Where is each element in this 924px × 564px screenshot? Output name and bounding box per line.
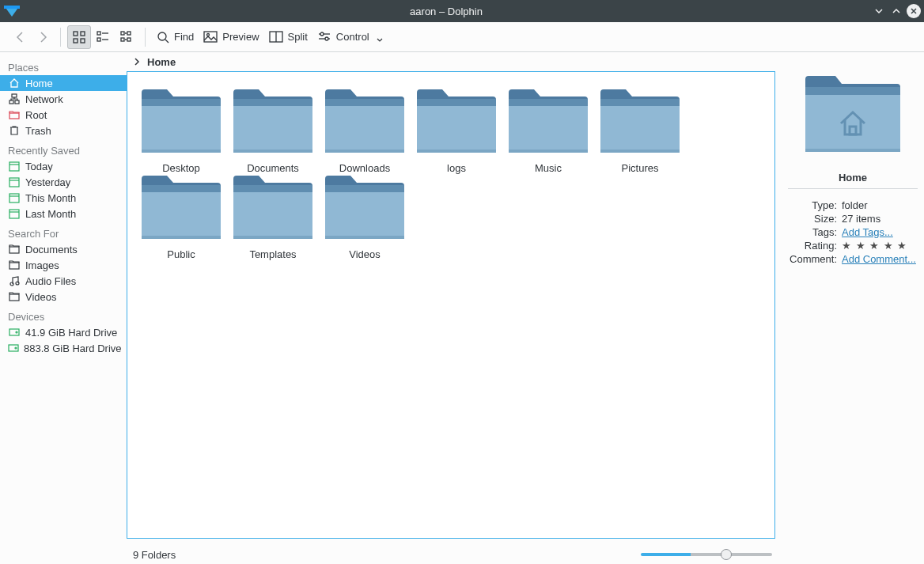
file-view[interactable]: Desktop Documents Downloads logs Music P…	[127, 71, 775, 539]
folder-icon	[142, 88, 221, 157]
network-icon	[8, 93, 21, 105]
sidebar-item-today[interactable]: Today	[0, 158, 127, 174]
sidebar-item-label: 883.8 GiB Hard Drive	[24, 343, 122, 354]
folder-item[interactable]: Downloads	[319, 88, 411, 174]
folder-item[interactable]: Templates	[227, 174, 319, 260]
sidebar-item-videos[interactable]: Videos	[0, 289, 127, 305]
minimize-icon[interactable]	[872, 4, 886, 18]
folder-item[interactable]: Videos	[319, 174, 411, 260]
svg-rect-63	[600, 99, 680, 106]
svg-rect-65	[142, 185, 221, 239]
folder-item[interactable]: Desktop	[135, 88, 227, 174]
add-comment-link[interactable]: Add Comment...	[842, 253, 916, 265]
svg-point-44	[16, 331, 17, 333]
svg-rect-68	[233, 185, 312, 239]
folder-label: Desktop	[162, 162, 200, 174]
info-type-key: Type:	[788, 199, 842, 211]
zoom-slider[interactable]	[641, 549, 775, 560]
svg-rect-11	[121, 38, 124, 41]
view-details-button[interactable]	[115, 25, 138, 49]
separator	[60, 28, 61, 47]
sidebar-item-label: 41.9 GiB Hard Drive	[25, 327, 117, 339]
folder-icon	[142, 174, 221, 244]
view-icons-button[interactable]	[67, 25, 91, 49]
sidebar-item-this-month[interactable]: This Month	[0, 190, 127, 206]
status-bar: 9 Folders	[127, 545, 782, 564]
svg-point-24	[320, 32, 324, 36]
recent-heading: Recently Saved	[0, 138, 127, 158]
close-icon[interactable]	[907, 4, 921, 18]
find-label: Find	[174, 31, 194, 43]
folder-item[interactable]: logs	[411, 88, 502, 174]
svg-rect-64	[600, 150, 680, 153]
sidebar-item-label: Documents	[25, 244, 78, 256]
folder-label: Pictures	[622, 162, 659, 174]
status-text: 9 Folders	[133, 549, 176, 561]
folder-label: logs	[447, 162, 466, 174]
find-button[interactable]: Find	[152, 25, 199, 49]
preview-button[interactable]: Preview	[199, 25, 263, 49]
add-tags-link[interactable]: Add Tags...	[842, 226, 893, 238]
folder-item[interactable]: Public	[135, 174, 227, 260]
svg-rect-72	[325, 185, 404, 192]
svg-rect-6	[97, 32, 100, 35]
sidebar-item-trash[interactable]: Trash	[0, 123, 127, 138]
sidebar-item-root[interactable]: Root	[0, 107, 127, 123]
svg-rect-50	[233, 99, 312, 153]
sidebar-item-label: Images	[25, 259, 59, 271]
back-button[interactable]	[9, 25, 32, 49]
view-compact-button[interactable]	[91, 25, 115, 49]
folder-label: Videos	[349, 248, 381, 260]
folder-icon	[8, 290, 21, 303]
svg-rect-27	[9, 100, 13, 104]
home-icon	[8, 77, 21, 89]
svg-rect-13	[127, 38, 131, 41]
svg-rect-62	[600, 99, 680, 153]
drive-icon	[8, 326, 21, 339]
sidebar-item-label: Last Month	[25, 208, 76, 220]
sidebar-item-label: Network	[25, 93, 63, 105]
music-icon	[8, 274, 21, 287]
svg-rect-1	[4, 6, 20, 9]
chevron-right-icon	[133, 58, 141, 66]
sidebar-item-documents[interactable]: Documents	[0, 241, 127, 257]
svg-point-25	[325, 37, 328, 40]
rating-stars[interactable]: ★ ★ ★ ★ ★	[842, 240, 918, 252]
svg-rect-10	[121, 32, 124, 35]
split-button[interactable]: Split	[264, 25, 312, 49]
svg-rect-75	[805, 87, 900, 95]
calendar-icon	[8, 191, 21, 204]
svg-rect-66	[142, 185, 221, 192]
maximize-icon[interactable]	[889, 4, 903, 18]
sidebar-item-network[interactable]: Network	[0, 91, 127, 107]
sidebar-item-yesterday[interactable]: Yesterday	[0, 174, 127, 190]
folder-item[interactable]: Music	[502, 88, 594, 174]
calendar-icon	[8, 207, 21, 220]
svg-rect-76	[805, 149, 900, 152]
sidebar-item-drive-1[interactable]: 41.9 GiB Hard Drive	[0, 324, 127, 340]
folder-item[interactable]: Pictures	[594, 88, 686, 174]
control-label: Control	[336, 31, 369, 43]
sidebar-item-images[interactable]: Images	[0, 257, 127, 273]
control-button[interactable]: Control	[312, 25, 388, 49]
breadcrumb[interactable]: Home	[127, 52, 782, 71]
sidebar-item-drive-2[interactable]: 883.8 GiB Hard Drive	[0, 340, 127, 356]
forward-button[interactable]	[32, 25, 54, 49]
folder-icon	[325, 88, 404, 157]
info-size-value: 27 items	[842, 213, 918, 225]
svg-rect-12	[127, 32, 131, 35]
svg-rect-39	[9, 263, 19, 269]
svg-rect-56	[417, 99, 496, 153]
info-rating-key: Rating:	[788, 240, 842, 252]
svg-rect-47	[142, 99, 221, 153]
sidebar-item-last-month[interactable]: Last Month	[0, 206, 127, 221]
svg-rect-71	[325, 185, 404, 239]
svg-rect-26	[12, 94, 17, 97]
sidebar-item-home[interactable]: Home	[0, 75, 127, 91]
breadcrumb-current: Home	[147, 56, 176, 68]
folder-item[interactable]: Documents	[227, 88, 319, 174]
sidebar-item-audio[interactable]: Audio Files	[0, 273, 127, 289]
devices-heading: Devices	[0, 305, 127, 324]
info-tags-key: Tags:	[788, 226, 842, 238]
preview-label: Preview	[222, 31, 259, 43]
